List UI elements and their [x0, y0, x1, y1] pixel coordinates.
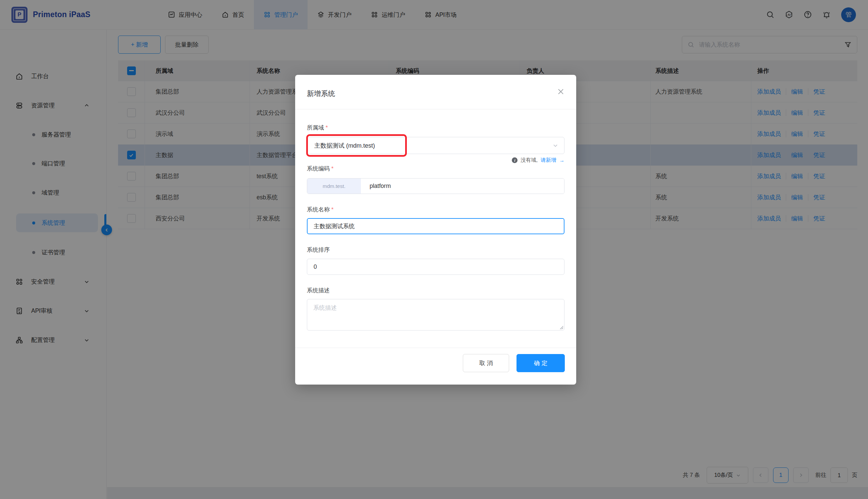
- code-field: mdm.test.: [307, 178, 565, 194]
- code-prefix: mdm.test.: [307, 179, 361, 194]
- modal-header-divider: [295, 109, 576, 109]
- name-field-label: 系统名称: [307, 206, 333, 214]
- arrow-right-icon: →: [559, 157, 565, 163]
- cancel-button[interactable]: 取 消: [463, 354, 509, 372]
- code-input[interactable]: [361, 179, 564, 194]
- chevron-down-icon: [553, 143, 558, 148]
- add-system-modal: 新增系统 所属域 主数据测试 (mdm.test) i 没有域, 请新增 → 系…: [295, 75, 576, 385]
- confirm-button[interactable]: 确 定: [517, 354, 565, 372]
- desc-textarea[interactable]: [307, 299, 565, 330]
- domain-select[interactable]: 主数据测试 (mdm.test): [307, 137, 565, 154]
- create-domain-link[interactable]: 请新增: [541, 157, 556, 164]
- domain-select-value: 主数据测试 (mdm.test): [314, 142, 375, 150]
- order-input[interactable]: [307, 259, 565, 275]
- code-field-label: 系统编码: [307, 165, 333, 172]
- name-input[interactable]: [307, 218, 565, 234]
- order-field-label: 系统排序: [307, 246, 330, 254]
- info-icon: i: [512, 157, 518, 163]
- domain-hint: i 没有域, 请新增 →: [512, 157, 565, 164]
- desc-field-label: 系统描述: [307, 287, 330, 294]
- domain-field-label: 所属域: [307, 124, 328, 132]
- modal-footer-divider: [295, 348, 576, 348]
- app-root: P Primeton iPaaS 应用中心 首页 管理门户 开发门户: [0, 0, 868, 499]
- hint-text: 没有域,: [521, 157, 538, 164]
- modal-title: 新增系统: [307, 89, 335, 98]
- close-icon[interactable]: [557, 88, 565, 96]
